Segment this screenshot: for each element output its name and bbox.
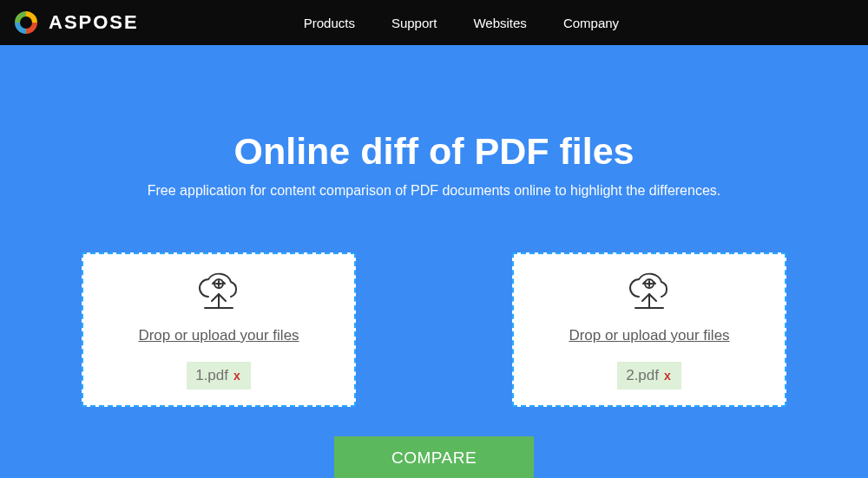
drop-label[interactable]: Drop or upload your files <box>569 327 729 344</box>
dropzones-row: Drop or upload your files 1.pdf x Drop o… <box>0 252 868 407</box>
file-chip-target: 2.pdf x <box>617 362 681 390</box>
file-name: 1.pdf <box>195 367 228 384</box>
nav-link-company[interactable]: Company <box>563 16 619 30</box>
nav-link-websites[interactable]: Websites <box>473 16 526 30</box>
drop-label[interactable]: Drop or upload your files <box>138 327 299 344</box>
close-icon[interactable]: x <box>232 369 242 383</box>
swirl-logo-icon <box>12 9 40 36</box>
compare-row: COMPARE <box>0 436 868 478</box>
compare-button[interactable]: COMPARE <box>334 436 534 478</box>
hero: Online diff of PDF files Free applicatio… <box>0 130 868 199</box>
nav-link-products[interactable]: Products <box>304 16 355 30</box>
page-subtitle: Free application for content comparison … <box>0 183 868 199</box>
cloud-upload-icon <box>193 272 245 315</box>
dropzone-source[interactable]: Drop or upload your files 1.pdf x <box>82 252 356 407</box>
nav-links: Products Support Websites Company <box>304 16 619 30</box>
file-name: 2.pdf <box>626 367 659 384</box>
dropzone-target[interactable]: Drop or upload your files 2.pdf x <box>512 252 786 407</box>
file-chip-source: 1.pdf x <box>187 362 251 390</box>
brand-logo[interactable]: ASPOSE <box>12 9 139 36</box>
brand-name: ASPOSE <box>49 11 139 34</box>
cloud-upload-icon <box>623 272 675 315</box>
page-title: Online diff of PDF files <box>0 130 868 173</box>
top-nav: ASPOSE Products Support Websites Company <box>0 0 868 45</box>
nav-link-support[interactable]: Support <box>391 16 437 30</box>
close-icon[interactable]: x <box>662 369 673 383</box>
